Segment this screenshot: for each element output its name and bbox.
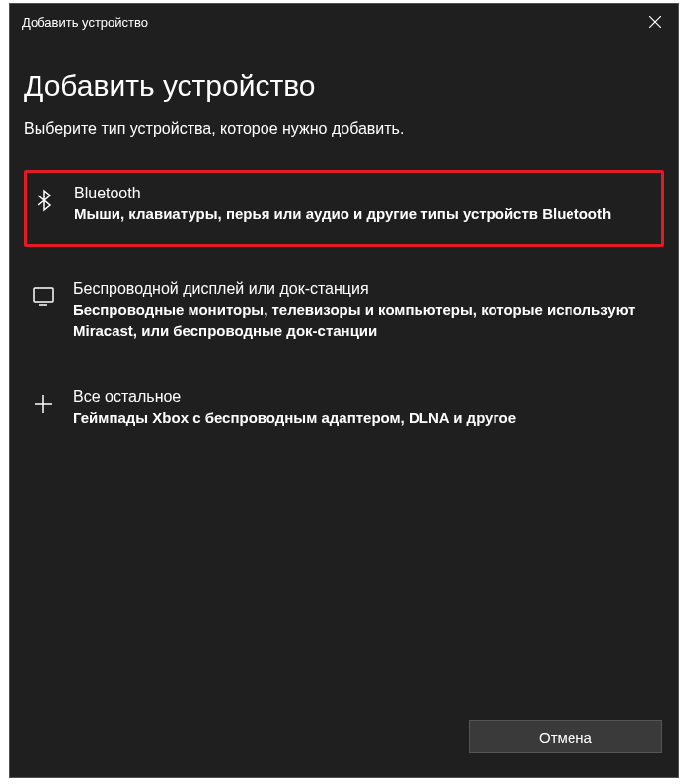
option-everything-else[interactable]: Все остальное Геймпады Xbox с беспроводн… — [24, 374, 664, 441]
dialog-footer: Отмена — [10, 720, 678, 777]
dialog-content: Добавить устройство Выберите тип устройс… — [10, 39, 678, 720]
option-everything-else-title: Все остальное — [73, 388, 516, 406]
page-subtitle: Выберите тип устройства, которое нужно д… — [24, 120, 664, 138]
option-wireless-display-title: Беспроводной дисплей или док-станция — [73, 280, 654, 298]
option-bluetooth[interactable]: Bluetooth Мыши, клавиатуры, перья или ау… — [24, 170, 664, 247]
monitor-icon — [30, 282, 57, 310]
option-wireless-display-text: Беспроводной дисплей или док-станция Бес… — [73, 280, 654, 341]
device-type-list: Bluetooth Мыши, клавиатуры, перья или ау… — [24, 170, 664, 441]
plus-icon — [30, 390, 57, 418]
cancel-button[interactable]: Отмена — [469, 720, 662, 753]
option-bluetooth-text: Bluetooth Мыши, клавиатуры, перья или ау… — [74, 185, 611, 224]
option-wireless-display[interactable]: Беспроводной дисплей или док-станция Бес… — [24, 267, 664, 354]
add-device-dialog: Добавить устройство Добавить устройство … — [9, 3, 679, 778]
svg-rect-2 — [34, 288, 53, 302]
titlebar: Добавить устройство — [10, 4, 678, 39]
close-button[interactable] — [633, 4, 678, 39]
option-everything-else-description: Геймпады Xbox с беспроводным адаптером, … — [73, 408, 516, 428]
page-title: Добавить устройство — [24, 69, 664, 103]
option-everything-else-text: Все остальное Геймпады Xbox с беспроводн… — [73, 388, 516, 428]
close-icon — [649, 16, 661, 28]
option-bluetooth-description: Мыши, клавиатуры, перья или аудио и друг… — [74, 204, 611, 224]
bluetooth-icon — [31, 187, 58, 214]
option-wireless-display-description: Беспроводные мониторы, телевизоры и комп… — [73, 300, 654, 341]
option-bluetooth-title: Bluetooth — [74, 185, 611, 202]
window-title: Добавить устройство — [22, 15, 148, 30]
